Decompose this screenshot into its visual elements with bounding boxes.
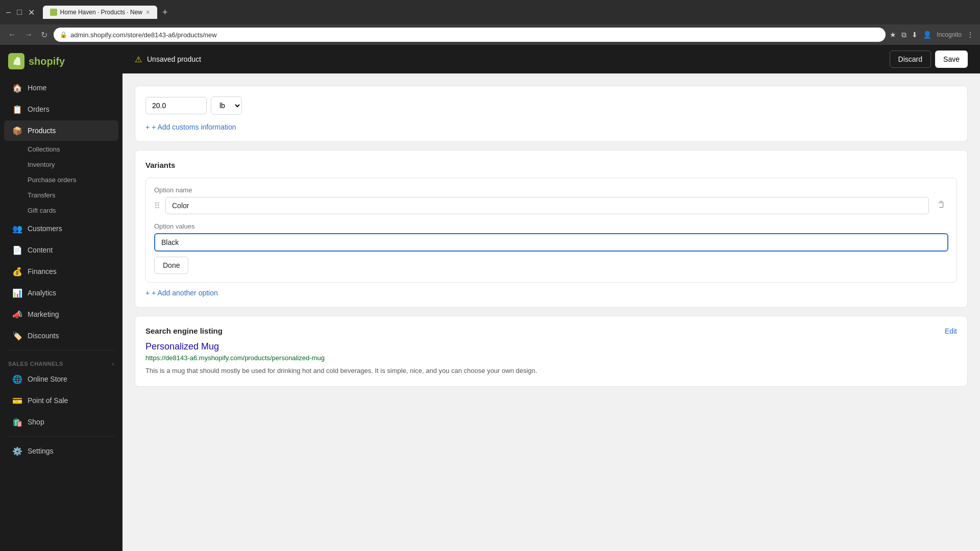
- sidebar-item-label-marketing: Marketing: [28, 310, 59, 318]
- plus-icon: +: [145, 123, 150, 131]
- sidebar-item-home[interactable]: 🏠 Home: [4, 78, 118, 98]
- tab-close-icon[interactable]: ✕: [145, 9, 150, 16]
- menu-icon[interactable]: ⋮: [967, 31, 974, 39]
- forward-button[interactable]: →: [22, 28, 35, 41]
- sidebar-item-products[interactable]: 📦 Products: [4, 120, 118, 141]
- add-customs-link[interactable]: + + Add customs information: [145, 123, 957, 131]
- variants-card: Variants Option name ⠿: [135, 150, 968, 308]
- sidebar-item-gift-cards[interactable]: Gift cards: [4, 203, 118, 218]
- sidebar-item-label-products: Products: [28, 127, 56, 135]
- address-bar[interactable]: 🔒 admin.shopify.com/store/de8143-a6/prod…: [54, 28, 886, 42]
- home-icon: 🏠: [12, 83, 22, 93]
- done-button[interactable]: Done: [154, 257, 188, 274]
- content-area: lb kg g oz + + Add customs information V…: [122, 73, 980, 551]
- close-button[interactable]: ✕: [28, 8, 35, 17]
- sales-channels-section: Sales channels ›: [0, 355, 122, 369]
- sales-channels-expand-icon[interactable]: ›: [112, 361, 114, 367]
- trash-icon: [937, 201, 945, 209]
- discard-button[interactable]: Discard: [890, 51, 931, 68]
- sidebar-item-marketing[interactable]: 📣 Marketing: [4, 304, 118, 324]
- sidebar-item-online-store[interactable]: 🌐 Online Store: [4, 369, 118, 389]
- browser-tabs: Home Haven · Products · New ✕ +: [43, 6, 974, 19]
- refresh-button[interactable]: ↻: [39, 28, 50, 42]
- content-icon: 📄: [12, 245, 22, 255]
- weight-row: lb kg g oz: [145, 96, 957, 115]
- transfers-label: Transfers: [28, 191, 55, 199]
- sidebar-item-transfers[interactable]: Transfers: [4, 188, 118, 203]
- sidebar-item-settings[interactable]: ⚙️ Settings: [4, 441, 118, 461]
- seo-header: Search engine listing Edit: [145, 327, 957, 335]
- sidebar-item-analytics[interactable]: 📊 Analytics: [4, 283, 118, 303]
- sidebar-item-collections[interactable]: Collections: [4, 142, 118, 157]
- extensions-icon[interactable]: ⧉: [901, 31, 906, 39]
- sidebar-item-customers[interactable]: 👥 Customers: [4, 218, 118, 239]
- sidebar-item-label-content: Content: [28, 246, 53, 254]
- seo-description: This is a mug that should mostly be used…: [145, 366, 957, 376]
- sidebar-item-label-finances: Finances: [28, 267, 57, 276]
- orders-icon: 📋: [12, 104, 22, 114]
- collections-label: Collections: [28, 145, 60, 153]
- add-another-option-label: + Add another option: [152, 289, 218, 297]
- seo-product-title[interactable]: Personalized Mug: [145, 341, 957, 352]
- logo-text: shopify: [29, 56, 65, 67]
- sidebar-item-label-shop: Shop: [28, 418, 44, 426]
- sidebar-item-finances[interactable]: 💰 Finances: [4, 261, 118, 282]
- warning-icon: ⚠: [135, 55, 142, 64]
- products-icon: 📦: [12, 126, 22, 136]
- sidebar-item-point-of-sale[interactable]: 💳 Point of Sale: [4, 390, 118, 411]
- download-icon[interactable]: ⬇: [912, 31, 918, 39]
- sidebar-item-label-online-store: Online Store: [28, 375, 67, 383]
- sales-channels-label: Sales channels: [8, 361, 63, 367]
- shopify-logo-icon: [8, 53, 24, 69]
- point-of-sale-icon: 💳: [12, 395, 22, 406]
- maximize-button[interactable]: □: [17, 8, 22, 17]
- option-values-section: Option values Done: [154, 222, 948, 274]
- variant-option-block: Option name ⠿ Option values: [145, 178, 957, 283]
- drag-handle-icon[interactable]: ⠿: [154, 201, 160, 211]
- option-values-input[interactable]: [154, 233, 948, 252]
- delete-option-button[interactable]: [934, 197, 948, 214]
- customers-icon: 👥: [12, 223, 22, 234]
- profile-icon[interactable]: 👤: [923, 31, 932, 39]
- sidebar-item-purchase-orders[interactable]: Purchase orders: [4, 172, 118, 187]
- option-name-input[interactable]: [165, 197, 929, 214]
- weight-input[interactable]: [145, 97, 207, 114]
- unsaved-indicator: Unsaved product: [147, 55, 201, 63]
- sidebar-item-discounts[interactable]: 🏷️ Discounts: [4, 325, 118, 346]
- sidebar-item-label-settings: Settings: [28, 447, 54, 455]
- top-bar-left: ⚠ Unsaved product: [135, 55, 201, 64]
- variants-title: Variants: [145, 161, 957, 169]
- new-tab-button[interactable]: +: [159, 7, 171, 18]
- sidebar-item-content[interactable]: 📄 Content: [4, 240, 118, 260]
- sidebar-item-label-point-of-sale: Point of Sale: [28, 396, 68, 405]
- seo-card: Search engine listing Edit Personalized …: [135, 316, 968, 387]
- shop-icon: 🛍️: [12, 417, 22, 427]
- inventory-label: Inventory: [28, 161, 55, 168]
- bookmark-icon[interactable]: ★: [890, 31, 896, 39]
- add-customs-label: + Add customs information: [152, 123, 236, 131]
- sidebar-item-label-customers: Customers: [28, 224, 62, 233]
- browser-window-controls: – □ ✕: [6, 8, 35, 17]
- sidebar-item-label-discounts: Discounts: [28, 332, 59, 340]
- browser-header: – □ ✕ Home Haven · Products · New ✕ + ← …: [0, 0, 980, 45]
- online-store-icon: 🌐: [12, 374, 22, 384]
- seo-url: https://de8143-a6.myshopify.com/products…: [145, 354, 957, 362]
- add-another-option-link[interactable]: + + Add another option: [145, 289, 957, 297]
- back-button[interactable]: ←: [6, 28, 18, 41]
- sidebar-item-orders[interactable]: 📋 Orders: [4, 99, 118, 119]
- sidebar-item-inventory[interactable]: Inventory: [4, 157, 118, 172]
- lock-icon: 🔒: [60, 31, 67, 38]
- plus-another-icon: +: [145, 289, 150, 297]
- sidebar-item-label-analytics: Analytics: [28, 289, 56, 297]
- active-tab[interactable]: Home Haven · Products · New ✕: [43, 6, 157, 19]
- sidebar-item-shop[interactable]: 🛍️ Shop: [4, 412, 118, 432]
- sidebar-nav: 🏠 Home 📋 Orders 📦 Products Collections I…: [0, 78, 122, 543]
- analytics-icon: 📊: [12, 288, 22, 298]
- minimize-button[interactable]: –: [6, 8, 11, 17]
- save-button[interactable]: Save: [935, 51, 968, 68]
- tab-title: Home Haven · Products · New: [60, 9, 142, 16]
- inner-layout: shopify 🏠 Home 📋 Orders 📦 Products Colle…: [0, 45, 980, 551]
- weight-unit-select[interactable]: lb kg g oz: [211, 96, 242, 115]
- seo-section-title: Search engine listing: [145, 327, 223, 335]
- seo-edit-link[interactable]: Edit: [945, 327, 957, 335]
